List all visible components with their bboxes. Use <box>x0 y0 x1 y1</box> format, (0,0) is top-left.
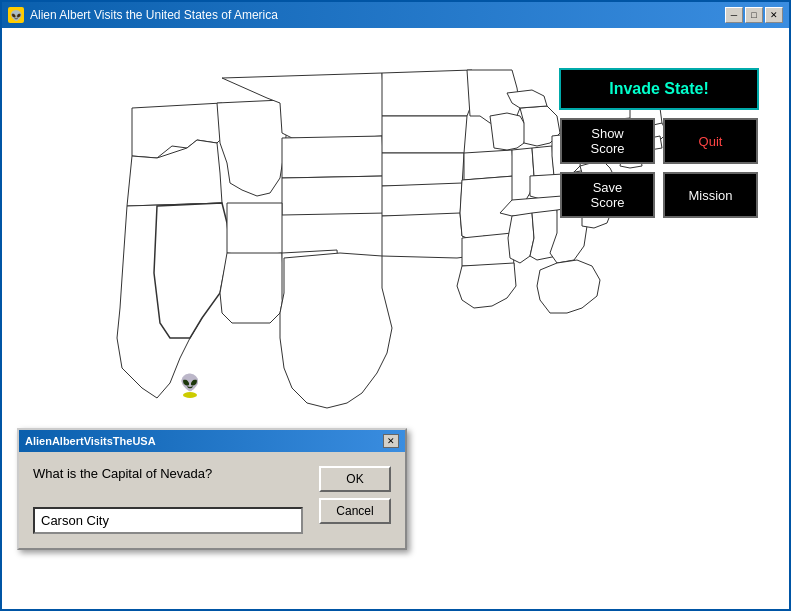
close-button[interactable]: ✕ <box>765 7 783 23</box>
answer-input[interactable] <box>33 507 303 534</box>
dialog-close-button[interactable]: ✕ <box>383 434 399 448</box>
title-bar: 👽 Alien Albert Visits the United States … <box>2 2 789 28</box>
alien-shadow <box>183 392 197 398</box>
control-panel: Invade State! Show Score Quit Save Score… <box>559 68 759 218</box>
alien-marker[interactable]: 👽 <box>180 373 200 398</box>
dialog-titlebar: AlienAlbertVisitsTheUSA ✕ <box>19 430 405 452</box>
title-bar-left: 👽 Alien Albert Visits the United States … <box>8 7 278 23</box>
dialog-body: What is the Capital of Nevada? OK Cancel <box>19 452 405 548</box>
window-frame: 👽 Alien Albert Visits the United States … <box>0 0 791 611</box>
maximize-button[interactable]: □ <box>745 7 763 23</box>
invade-button[interactable]: Invade State! <box>559 68 759 110</box>
quit-button[interactable]: Quit <box>663 118 758 164</box>
button-row-1: Show Score Quit <box>560 118 758 164</box>
dialog-question: What is the Capital of Nevada? <box>33 466 303 481</box>
dialog: AlienAlbertVisitsTheUSA ✕ What is the Ca… <box>17 428 407 550</box>
app-icon: 👽 <box>8 7 24 23</box>
dialog-buttons: OK Cancel <box>319 466 391 534</box>
window-title: Alien Albert Visits the United States of… <box>30 8 278 22</box>
save-score-button[interactable]: Save Score <box>560 172 655 218</box>
show-score-button[interactable]: Show Score <box>560 118 655 164</box>
button-row-2: Save Score Mission <box>560 172 758 218</box>
mission-button[interactable]: Mission <box>663 172 758 218</box>
window-content: 👽 Invade State! Show Score Quit Save Sco… <box>2 28 789 609</box>
cancel-button[interactable]: Cancel <box>319 498 391 524</box>
ok-button[interactable]: OK <box>319 466 391 492</box>
title-bar-controls: ─ □ ✕ <box>725 7 783 23</box>
minimize-button[interactable]: ─ <box>725 7 743 23</box>
dialog-title: AlienAlbertVisitsTheUSA <box>25 435 156 447</box>
dialog-main: What is the Capital of Nevada? <box>33 466 303 534</box>
alien-icon: 👽 <box>180 373 200 392</box>
